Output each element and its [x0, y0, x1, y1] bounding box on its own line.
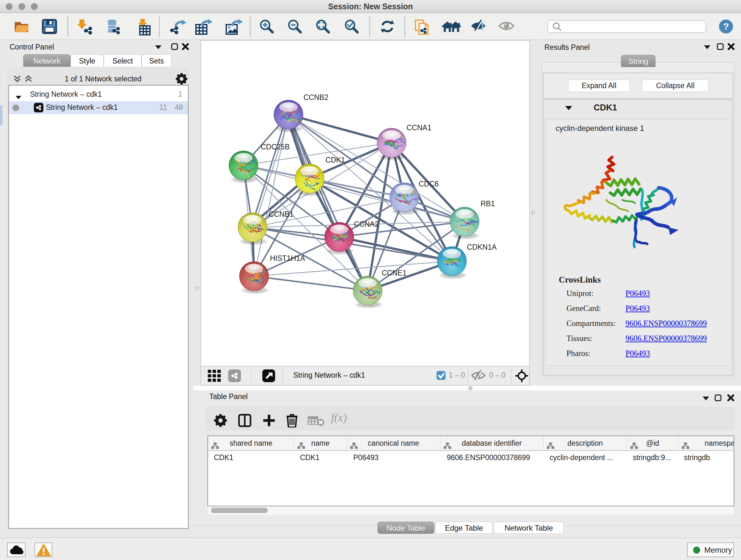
svg-text:HIST1H1A: HIST1H1A	[270, 254, 306, 262]
svg-text:RB1: RB1	[481, 199, 495, 208]
svg-text:CDK1: CDK1	[326, 156, 345, 164]
svg-text:CCNE1: CCNE1	[382, 269, 407, 277]
svg-text:CDC25B: CDC25B	[261, 143, 290, 151]
svg-text:CCNB2: CCNB2	[304, 93, 328, 102]
svg-text:CCNA2: CCNA2	[354, 220, 379, 228]
svg-text:CDC6: CDC6	[419, 180, 439, 188]
svg-text:CDKN1A: CDKN1A	[467, 243, 497, 251]
svg-text:CCNA1: CCNA1	[407, 124, 431, 132]
svg-text:CCNB1: CCNB1	[269, 210, 293, 219]
